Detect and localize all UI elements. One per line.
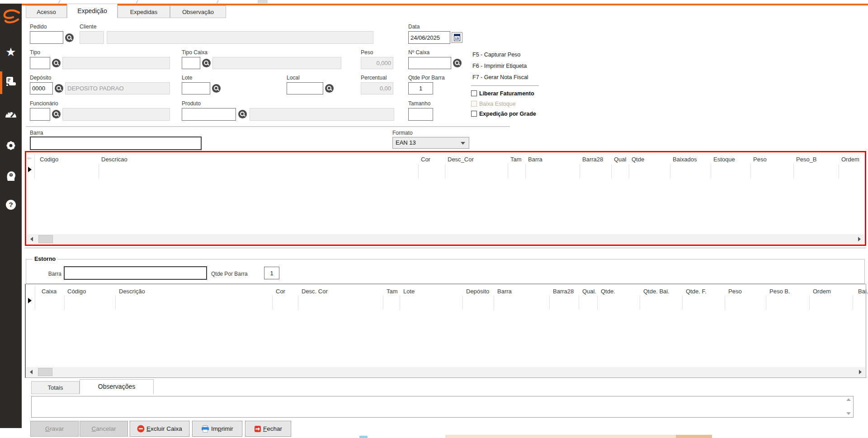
column-separator	[64, 295, 65, 310]
scroll-right-icon[interactable]	[859, 370, 862, 374]
column-header[interactable]: Lote	[403, 288, 415, 295]
lote-label: Lote	[182, 75, 192, 81]
column-header[interactable]: Descrição	[119, 288, 145, 295]
records-icon[interactable]	[0, 76, 22, 89]
memo-scroll-up-icon[interactable]	[846, 398, 851, 401]
column-header[interactable]: Baixados	[673, 156, 697, 163]
hotkey-f5: F5 - Capturar Peso	[472, 52, 520, 58]
pedido-input[interactable]	[30, 31, 63, 44]
column-header[interactable]: Codigo	[40, 156, 58, 163]
excluir-caixa-button[interactable]: Excluir Caixa	[130, 421, 189, 437]
tab-expedicao[interactable]: Expedição	[67, 4, 118, 18]
column-header[interactable]: Caixa	[42, 288, 57, 295]
formato-select[interactable]: EAN 13	[392, 137, 469, 149]
column-header[interactable]: Descricao	[101, 156, 127, 163]
tamanho-input[interactable]	[408, 108, 433, 121]
tipo-caixa-input[interactable]	[182, 57, 200, 69]
column-header[interactable]: Barra28	[582, 156, 603, 163]
calendar-icon[interactable]	[452, 32, 462, 43]
column-header[interactable]: Peso	[728, 288, 742, 295]
tab-observacao[interactable]: Observação	[170, 5, 226, 18]
column-header[interactable]: Depósito	[466, 288, 489, 295]
estorno-grid[interactable]: Caixa Código Descrição Cor Desc. Cor Tam…	[25, 284, 866, 378]
column-separator	[670, 164, 670, 179]
gear-icon[interactable]	[0, 139, 22, 154]
column-header[interactable]: Qtde	[632, 156, 644, 163]
column-header[interactable]: Peso B.	[769, 288, 790, 295]
column-header[interactable]: Ordem	[813, 288, 831, 295]
horizontal-scrollbar[interactable]	[26, 367, 865, 377]
expedicao-grid[interactable]: ⇐ Codigo Descricao Cor Desc_Cor Tam Barr…	[25, 151, 866, 246]
tab-acesso[interactable]: Acesso	[26, 5, 67, 18]
search-icon[interactable]	[325, 84, 334, 93]
funcionario-input[interactable]	[30, 108, 50, 121]
deposito-label: Depósito	[30, 75, 51, 81]
head-gear-icon[interactable]	[0, 169, 22, 184]
column-header[interactable]: Cor	[276, 288, 285, 295]
column-header[interactable]: Bai.	[858, 288, 868, 295]
cliente-name-field	[107, 31, 373, 44]
estorno-qtde-input[interactable]	[264, 267, 279, 279]
tab-totais[interactable]: Totais	[31, 381, 80, 394]
memo-scroll-down-icon[interactable]	[846, 412, 851, 415]
tab-expedidas[interactable]: Expedidas	[118, 5, 170, 18]
barra-input[interactable]	[30, 137, 202, 150]
num-caixa-input[interactable]	[408, 57, 451, 69]
search-icon[interactable]	[212, 84, 221, 93]
fechar-button[interactable]: Fechar	[245, 421, 291, 437]
search-icon[interactable]	[55, 84, 63, 93]
scrollbar-thumb[interactable]	[38, 368, 52, 376]
column-header[interactable]: Peso_B	[796, 156, 817, 163]
qtde-por-barra-input[interactable]	[408, 82, 433, 94]
button-label: Gravar	[45, 425, 64, 432]
column-header[interactable]: Desc_Cor	[448, 156, 474, 163]
search-icon[interactable]	[52, 110, 61, 118]
column-header[interactable]: Qual.	[582, 288, 596, 295]
column-header[interactable]: Desc. Cor	[302, 288, 328, 295]
column-separator	[853, 295, 853, 310]
star-icon[interactable]: ★	[0, 45, 22, 59]
estorno-barra-input[interactable]	[64, 266, 207, 280]
column-header[interactable]: Peso	[753, 156, 767, 163]
tipo-label: Tipo	[30, 49, 40, 56]
expedicao-por-grade-checkbox[interactable]	[471, 111, 477, 117]
column-header[interactable]: Qtde.	[601, 288, 615, 295]
gauge-icon[interactable]	[0, 108, 22, 121]
column-header[interactable]: Cor	[421, 156, 430, 163]
pedido-label: Pedido	[30, 24, 47, 30]
local-input[interactable]	[287, 82, 323, 94]
column-header[interactable]: Barra	[528, 156, 542, 163]
liberar-faturamento-label: Liberar Faturamento	[479, 90, 534, 97]
observacoes-memo[interactable]	[31, 396, 854, 418]
scrollbar-thumb[interactable]	[38, 235, 53, 243]
tab-observacoes[interactable]: Observações	[80, 379, 154, 394]
column-header[interactable]: Estoque	[713, 156, 735, 163]
imprimir-button[interactable]: Imprimir	[192, 421, 242, 437]
column-header[interactable]: Qual	[614, 156, 626, 163]
liberar-faturamento-checkbox[interactable]	[471, 90, 477, 96]
tipo-input[interactable]	[30, 57, 50, 69]
column-header[interactable]: Código	[67, 288, 86, 295]
column-header[interactable]: Qtde. Bai.	[643, 288, 670, 295]
column-header[interactable]: Tam	[510, 156, 522, 163]
search-icon[interactable]	[65, 33, 74, 42]
help-icon[interactable]: ?	[0, 200, 22, 210]
column-header[interactable]: Tam	[387, 288, 398, 295]
column-header[interactable]: Ordem	[841, 156, 859, 163]
search-icon[interactable]	[52, 59, 61, 67]
scroll-left-icon[interactable]	[30, 237, 33, 241]
column-header[interactable]: Qtde. F.	[686, 288, 707, 295]
scroll-left-icon[interactable]	[30, 370, 33, 374]
search-icon[interactable]	[202, 59, 211, 67]
column-header[interactable]: Barra	[497, 288, 512, 295]
search-icon[interactable]	[453, 59, 462, 67]
scroll-right-icon[interactable]	[858, 237, 861, 241]
produto-input[interactable]	[182, 108, 236, 121]
column-separator	[462, 295, 463, 310]
data-input[interactable]	[408, 31, 450, 44]
horizontal-scrollbar[interactable]	[27, 234, 864, 244]
column-header[interactable]: Barra28	[553, 288, 574, 295]
search-icon[interactable]	[238, 110, 247, 118]
lote-input[interactable]	[182, 82, 210, 94]
deposito-input[interactable]	[30, 82, 53, 94]
